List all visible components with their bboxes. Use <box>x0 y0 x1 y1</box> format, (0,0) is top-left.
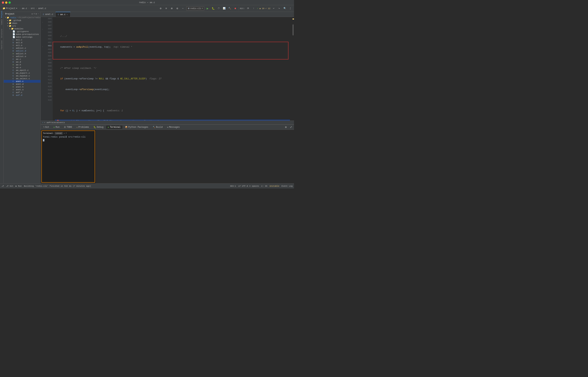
bottom-gear-icon[interactable]: ⚙ <box>284 125 288 130</box>
config-icon[interactable]: ⚙ <box>175 6 180 11</box>
modules-arrow: ▶ <box>9 28 11 30</box>
git-push-icon[interactable]: ↑ <box>251 6 256 11</box>
tree-ae-o-name: ae.o <box>16 66 21 69</box>
tree-acl-c[interactable]: C acl.c <box>4 38 40 41</box>
run-button[interactable]: ▶ <box>205 6 210 11</box>
terminal-add-tab[interactable]: + <box>65 132 67 135</box>
tree-gitignore[interactable]: 📄 .gitignore <box>4 30 40 33</box>
terminal-body[interactable]: Yunai:redis yunai$ src/redis-cli <box>43 135 94 142</box>
tree-layout-icon[interactable]: ≡ <box>34 12 35 15</box>
python-packages-tab-icon: 📦 <box>125 126 128 128</box>
tree-adlist-o[interactable]: O adlist.o <box>4 55 40 58</box>
tab-python-packages[interactable]: 📦 Python Packages <box>123 126 150 129</box>
tree-gear-icon[interactable]: ⚙ <box>31 12 33 15</box>
tree-acl-d[interactable]: D acl.d <box>4 41 40 44</box>
close-button[interactable] <box>2 1 4 4</box>
git-update-icon[interactable]: ⟳ <box>246 6 250 11</box>
tree-aof-c[interactable]: C aof.c <box>4 91 40 94</box>
coverage-button[interactable]: 📊 <box>222 6 226 11</box>
tree-collapse-icon[interactable]: − <box>38 12 39 15</box>
code-lines[interactable]: /.../ numevents = aeApiPoll(eventLoop, t… <box>53 17 292 124</box>
tab-anet-c[interactable]: C anet.c <box>41 12 56 17</box>
tab-ae-c[interactable]: C ae.c ✕ <box>56 12 70 17</box>
minimize-button[interactable] <box>5 1 7 4</box>
tree-ae-evport[interactable]: C ae_evport.c <box>4 72 40 74</box>
tree-ae-epoll[interactable]: C ae_epoll.c <box>4 69 40 72</box>
tree-make-prereq[interactable]: 📄 make-prerequisites <box>4 33 40 36</box>
tree-aof-d[interactable]: D aof.d <box>4 94 40 96</box>
tree-anet-o[interactable]: O anet.o <box>4 88 40 91</box>
tab-problems[interactable]: ⚠ Problems <box>75 126 91 129</box>
tree-anet-h-name: anet.h <box>16 86 24 88</box>
tree-ae-select[interactable]: C ae_select.c <box>4 77 40 80</box>
linenum-414: 414 <box>46 82 51 85</box>
linenum-398: 398 <box>46 27 51 30</box>
tab-ae-c-close[interactable]: ✕ <box>67 13 68 16</box>
ae-kqueue-icon: C <box>13 75 15 77</box>
code-container[interactable]: − − − <box>41 17 294 124</box>
fold-396[interactable]: − <box>41 27 44 31</box>
tree-src[interactable]: ▼ 📁 src <box>4 24 40 27</box>
terminal-local-tab[interactable]: Local <box>55 132 63 135</box>
code-scroll[interactable]: − − − <box>41 17 294 124</box>
view-icon[interactable]: ≡ <box>164 6 168 11</box>
maximize-button[interactable] <box>9 1 11 4</box>
tree-anet-d[interactable]: D anet.d <box>4 83 40 85</box>
window-controls[interactable] <box>2 1 11 4</box>
tab-todo[interactable]: ☰ TODO <box>62 126 74 129</box>
tree-ae-h[interactable]: H ae.h <box>4 63 40 66</box>
code-right-scrollbar[interactable] <box>292 17 294 124</box>
fold-394[interactable]: − <box>41 21 44 24</box>
commit-side-icon[interactable]: Commit <box>0 20 3 24</box>
tab-terminal[interactable]: ▶ Terminal <box>106 126 122 129</box>
statusbar-run-icon[interactable]: ▶ Run <box>15 185 22 187</box>
debug-button[interactable]: 🐛 <box>211 6 215 11</box>
layout-icon[interactable]: ⊞ <box>170 6 174 11</box>
settings-icon[interactable]: ⚙ <box>159 6 163 11</box>
build-icon[interactable]: 🔨 <box>228 6 232 11</box>
tree-github[interactable]: ▶ 📁 .github <box>4 19 40 22</box>
tree-adlist-d[interactable]: D adlist.d <box>4 49 40 52</box>
terminal-local-close[interactable]: ✕ <box>64 132 65 134</box>
tree-anet-c[interactable]: C anet.c <box>4 80 40 83</box>
tree-sort-icon[interactable]: ⊞ <box>36 12 37 15</box>
statusbar-event-log[interactable]: Event Log <box>282 185 292 187</box>
tree-anet-h[interactable]: H anet.h <box>4 85 40 88</box>
tab-git[interactable]: ⌥ Git <box>41 126 51 129</box>
run-profile[interactable]: 🖥 redis-cli ▼ <box>186 6 204 11</box>
profile-button[interactable]: ⏱ <box>216 6 221 11</box>
tree-adlist-c[interactable]: C adlist.c <box>4 47 40 49</box>
tab-build[interactable]: 🔨 Build <box>151 126 164 129</box>
tree-make-settings[interactable]: 📄 make-settings <box>4 36 40 38</box>
undo-icon[interactable]: ↩ <box>271 6 276 11</box>
stop-icon[interactable]: ■ <box>233 6 238 11</box>
tree-adlist-h[interactable]: H adlist.h <box>4 52 40 55</box>
tree-ae-d[interactable]: D ae.d <box>4 60 40 63</box>
redo-icon[interactable]: ↪ <box>277 6 281 11</box>
tab-messages[interactable]: ✉ Messages <box>165 126 182 129</box>
favorites-side-icon[interactable]: Favorites <box>0 43 3 47</box>
statusbar-git-icon[interactable]: ⎇ Git <box>6 185 13 187</box>
more-icon[interactable]: ⋮ <box>288 6 292 11</box>
tree-root[interactable]: ▼ 📁 redis ~/CLionProjects/redis <box>4 16 40 19</box>
tab-run[interactable]: ▶ Run <box>52 126 61 129</box>
minus-icon[interactable]: − <box>181 6 185 11</box>
tree-modules[interactable]: ▶ 📁 modules <box>4 27 40 30</box>
tree-acl-o[interactable]: O acl.o <box>4 44 40 47</box>
tree-anet-c-name: anet.c <box>16 80 24 82</box>
code-scrollbar-thumb[interactable] <box>292 24 294 35</box>
bottom-expand-icon[interactable]: ⤢ <box>289 125 293 130</box>
tree-ae-kqueue[interactable]: C ae_kqueue.c <box>4 74 40 77</box>
toolbar-right: ⚙ ≡ ⊞ ⚙ − 🖥 redis-cli ▼ ▶ 🐛 ⏱ 📊 🔨 ■ Git:… <box>159 6 292 11</box>
tree-title: Project <box>5 13 14 15</box>
fold-399[interactable]: − <box>41 45 44 48</box>
tree-deps[interactable]: ▶ 📁 deps <box>4 22 40 24</box>
linenum-397: 397 <box>46 24 51 27</box>
project-menu[interactable]: 📁 Project ▼ <box>1 6 18 11</box>
find-icon[interactable]: 🔍 <box>283 6 287 11</box>
project-side-icon[interactable]: Project <box>0 12 3 16</box>
tab-debug[interactable]: 🐛 Debug <box>92 126 105 129</box>
structure-side-icon[interactable]: Structure <box>0 32 3 35</box>
tree-ae-c[interactable]: C ae.c <box>4 58 40 60</box>
tree-ae-o[interactable]: O ae.o <box>4 66 40 69</box>
